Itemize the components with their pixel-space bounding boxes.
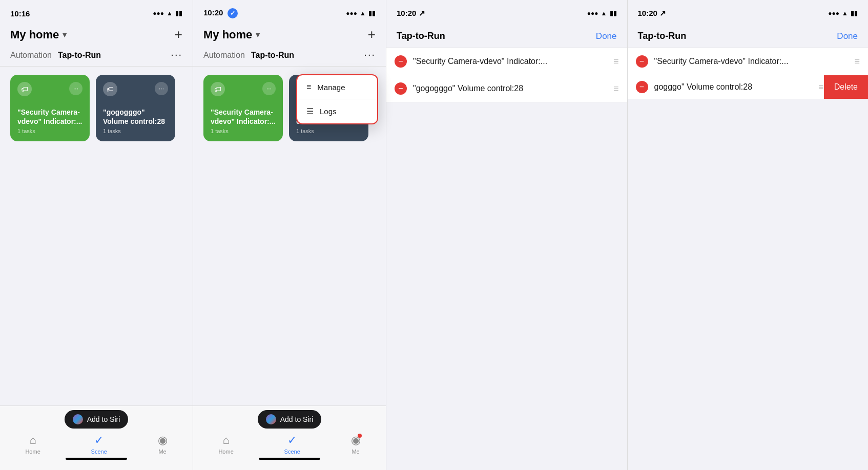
delete-circle-4-1[interactable]: − [636, 55, 648, 68]
drag-handle-4-1[interactable]: ≡ [854, 56, 860, 67]
card-title-1-1: "Security Camera-vdevo" Indicator:... [17, 108, 82, 126]
battery-icon-1: ▮▮ [175, 10, 182, 17]
card-title-2-1: "Security Camera-vdevo" Indicator:... [211, 108, 276, 126]
time-2: 10:20 ✓ [203, 8, 238, 18]
nav-tabs-2: ⌂ Home ✓ Scene ◉ Me [193, 434, 386, 455]
home-indicator-2 [259, 458, 320, 460]
tab-bar-2: Automation Tap-to-Run ··· [193, 47, 386, 67]
nav-tab-home-2[interactable]: ⌂ Home [218, 434, 233, 455]
card-top-1-2: 🏷 ··· [103, 82, 168, 96]
list-item-4-2: − gogggo" Volume control:28 ≡ Delete [628, 75, 869, 99]
status-bar-4: 10:20 ↗ ●●● ▲ ▮▮ [628, 0, 869, 23]
delete-circle-4-2[interactable]: − [636, 81, 648, 93]
nav-me-label-1: Me [158, 448, 166, 455]
manage-header-4: Tap-to-Run Done [628, 23, 869, 48]
nav-scene-label-1: Scene [91, 448, 107, 455]
item-name-3-1: "Security Camera-vdevo" Indicator:... [413, 57, 607, 66]
scene-icon-1: ✓ [94, 434, 104, 447]
manage-icon: ≡ [306, 82, 311, 92]
dropdown-manage[interactable]: ≡ Manage [297, 75, 377, 99]
done-button-4[interactable]: Done [837, 31, 858, 41]
bottom-bar-1: Add to Siri ⌂ Home ✓ Scene ◉ Me [0, 405, 193, 470]
home-icon-1: ⌂ [29, 434, 36, 447]
tab-taptorun-1[interactable]: Tap-to-Run [58, 49, 107, 62]
phone-panel-1: 10:16 ●●● ▲ ▮▮ My home ▼ + Automation Ta… [0, 0, 193, 470]
wifi-icon-2: ▲ [360, 10, 366, 17]
nav-tab-me-1[interactable]: ◉ Me [158, 434, 168, 455]
card-menu-1-1[interactable]: ··· [69, 82, 82, 95]
scene-card-2-1[interactable]: 🏷 ··· "Security Camera-vdevo" Indicator:… [203, 75, 283, 141]
signal-icon-4: ●●● [828, 10, 839, 17]
status-bar-2: 10:20 ✓ ●●● ▲ ▮▮ [193, 0, 386, 23]
status-icons-2: ●●● ▲ ▮▮ [346, 10, 376, 17]
manage-label: Manage [317, 83, 345, 92]
manage-title-3: Tap-to-Run [397, 31, 445, 41]
phone-panel-2: 10:20 ✓ ●●● ▲ ▮▮ My home ▼ + Automation … [193, 0, 386, 470]
card-menu-2-1[interactable]: ··· [262, 82, 276, 95]
home-indicator-1 [66, 458, 127, 460]
drag-handle-3-1[interactable]: ≡ [613, 56, 619, 67]
drag-handle-4-2[interactable]: ≡ [818, 82, 824, 93]
item-name-4-1: "Security Camera-vdevo" Indicator:... [654, 57, 849, 66]
scene-card-1-2[interactable]: 🏷 ··· "gogogggo" Volume control:28 1 tas… [96, 75, 175, 141]
battery-icon-2: ▮▮ [368, 10, 376, 17]
card-icon-1-2: 🏷 [103, 82, 117, 96]
tab-more-1[interactable]: ··· [171, 49, 182, 62]
card-icon-1-1: 🏷 [17, 82, 32, 96]
card-subtitle-2-2: 1 tasks [296, 128, 361, 134]
tab-taptorun-2[interactable]: Tap-to-Run [251, 49, 300, 62]
cards-container-1: 🏷 ··· "Security Camera-vdevo" Indicator:… [0, 67, 193, 149]
add-button-1[interactable]: + [175, 27, 182, 42]
nav-tab-scene-1[interactable]: ✓ Scene [91, 434, 107, 455]
nav-tab-scene-2[interactable]: ✓ Scene [284, 434, 300, 455]
dropdown-arrow-1: ▼ [61, 31, 68, 39]
manage-panel-3: 10:20 ↗ ●●● ▲ ▮▮ Tap-to-Run Done − "Secu… [386, 0, 628, 470]
list-item-3-1: − "Security Camera-vdevo" Indicator:... … [386, 48, 627, 75]
add-button-2[interactable]: + [368, 27, 376, 42]
card-subtitle-1-1: 1 tasks [17, 128, 82, 134]
card-top-2-1: 🏷 ··· [211, 82, 276, 96]
wifi-icon-3: ▲ [601, 10, 607, 17]
wifi-icon-1: ▲ [167, 10, 173, 17]
dropdown-logs[interactable]: ☰ Logs [297, 99, 377, 123]
add-to-siri-1[interactable]: Add to Siri [65, 410, 129, 429]
delete-button-4[interactable]: Delete [824, 75, 868, 99]
add-to-siri-2[interactable]: Add to Siri [258, 410, 322, 429]
checkmark-badge-2: ✓ [228, 8, 238, 18]
home-title-2[interactable]: My home ▼ [203, 28, 261, 41]
me-icon-wrap-2: ◉ [351, 434, 361, 447]
card-subtitle-1-2: 1 tasks [103, 128, 168, 134]
done-button-3[interactable]: Done [596, 31, 617, 41]
tab-automation-1[interactable]: Automation [10, 49, 58, 62]
logs-icon: ☰ [306, 106, 314, 116]
wifi-icon-4: ▲ [842, 10, 848, 17]
status-bar-3: 10:20 ↗ ●●● ▲ ▮▮ [386, 0, 627, 23]
delete-circle-3-2[interactable]: − [395, 82, 407, 95]
nav-home-label-2: Home [218, 448, 233, 455]
dropdown-arrow-2: ▼ [254, 31, 261, 39]
status-bar-1: 10:16 ●●● ▲ ▮▮ [0, 0, 193, 23]
siri-orb-1 [73, 414, 83, 424]
signal-icon-1: ●●● [153, 10, 164, 17]
nav-scene-label-2: Scene [284, 448, 300, 455]
list-item-4-1: − "Security Camera-vdevo" Indicator:... … [628, 48, 869, 75]
tab-automation-2[interactable]: Automation [203, 49, 251, 62]
header-2: My home ▼ + [193, 23, 386, 47]
delete-circle-3-1[interactable]: − [395, 55, 407, 68]
manage-title-4: Tap-to-Run [638, 31, 687, 41]
item-name-3-2: "gogogggo" Volume control:28 [413, 84, 607, 93]
drag-handle-3-2[interactable]: ≡ [613, 83, 619, 94]
time-1: 10:16 [10, 9, 30, 18]
dropdown-menu-2: ≡ Manage ☰ Logs [296, 74, 378, 124]
battery-icon-4: ▮▮ [851, 10, 858, 17]
card-menu-1-2[interactable]: ··· [155, 82, 168, 95]
card-title-1-2: "gogogggo" Volume control:28 [103, 108, 168, 126]
nav-tab-me-2[interactable]: ◉ Me [351, 434, 361, 455]
status-icons-4: ●●● ▲ ▮▮ [828, 10, 858, 17]
scene-card-1-1[interactable]: 🏷 ··· "Security Camera-vdevo" Indicator:… [10, 75, 90, 141]
nav-tab-home-1[interactable]: ⌂ Home [25, 434, 40, 455]
tab-more-2[interactable]: ··· [364, 49, 376, 62]
home-title-1[interactable]: My home ▼ [10, 28, 68, 41]
item-name-4-2: gogggo" Volume control:28 [648, 82, 819, 92]
logs-label: Logs [320, 107, 337, 116]
